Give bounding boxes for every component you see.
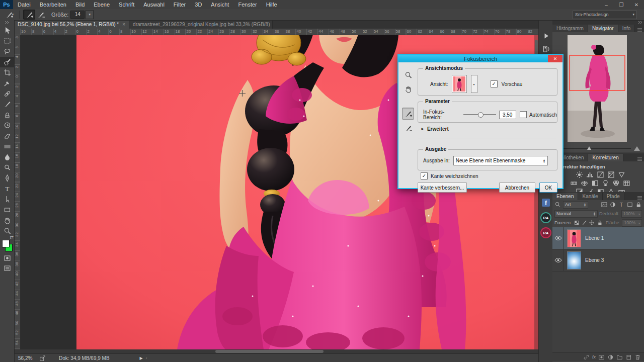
- brush-size-input[interactable]: 14: [70, 11, 85, 19]
- menu-hilfe[interactable]: Hilfe: [262, 0, 282, 9]
- dialog-focus-brush-subtract[interactable]: [403, 123, 414, 134]
- ok-button[interactable]: OK: [539, 183, 557, 193]
- adjustment-levels[interactable]: [586, 171, 594, 178]
- workspace-switcher[interactable]: Sm-Photodesign▾: [573, 11, 637, 19]
- eyedropper-tool[interactable]: [0, 78, 14, 88]
- restore-button[interactable]: ❐: [614, 1, 629, 9]
- menu-3d[interactable]: 3D: [190, 0, 206, 9]
- new-layer-button[interactable]: [625, 354, 632, 360]
- dialog-zoom-tool[interactable]: [403, 69, 414, 80]
- move-tool[interactable]: [0, 25, 14, 36]
- fx-icon[interactable]: fx: [592, 354, 596, 359]
- tab-close-icon[interactable]: ×: [122, 22, 125, 27]
- filter-smart-object-icon[interactable]: [635, 201, 642, 208]
- healing-brush-tool[interactable]: [0, 88, 14, 99]
- menu-schrift[interactable]: Schrift: [114, 0, 139, 9]
- dialog-focus-brush-add[interactable]: [402, 108, 414, 120]
- path-selection-tool[interactable]: [0, 194, 14, 205]
- status-popup-arrow[interactable]: ▶: [140, 356, 143, 360]
- output-destination-select[interactable]: Neue Ebene mit Ebenenmaske▲▼: [453, 156, 548, 165]
- zoom-in-icon[interactable]: [634, 146, 640, 151]
- filter-type-icon[interactable]: T: [618, 201, 625, 208]
- fill-value[interactable]: 100%▾: [622, 219, 642, 227]
- type-tool[interactable]: T: [0, 184, 14, 194]
- horizontal-scrollbar[interactable]: [14, 349, 538, 353]
- filter-adjustment-icon[interactable]: [609, 201, 616, 208]
- layer-filter-select[interactable]: Art▲▼: [563, 201, 588, 209]
- soften-edge-checkbox[interactable]: ✓: [421, 172, 428, 179]
- adjustment-color-balance[interactable]: [580, 179, 589, 187]
- facebook-panel-icon[interactable]: f: [539, 196, 553, 209]
- swap-colors-icon[interactable]: ⇄: [10, 235, 14, 240]
- view-mode-dropdown-arrow[interactable]: ▾: [471, 75, 477, 93]
- slider-thumb[interactable]: [478, 112, 484, 118]
- document-tab[interactable]: dramastreet_29196029_original Kopie.jpg …: [129, 20, 273, 29]
- adjustment-photo-filter[interactable]: [601, 179, 610, 187]
- zoom-slider-thumb[interactable]: [587, 146, 591, 150]
- hand-tool[interactable]: [0, 215, 14, 226]
- lock-all-icon[interactable]: [597, 219, 603, 226]
- collapse-panels-icon[interactable]: [637, 21, 642, 24]
- layer-thumbnail[interactable]: [567, 251, 581, 269]
- lasso-tool[interactable]: [0, 46, 14, 57]
- clone-stamp-tool[interactable]: [0, 110, 14, 120]
- share-icon[interactable]: [39, 355, 46, 361]
- quick-selection-tool[interactable]: [0, 57, 14, 67]
- dialog-hand-tool[interactable]: [403, 83, 414, 95]
- ra-green-panel-icon[interactable]: RA: [539, 211, 553, 224]
- dialog-close-button[interactable]: ✕: [548, 55, 562, 62]
- menu-bild[interactable]: Bild: [71, 0, 89, 9]
- eraser-tool[interactable]: [0, 131, 14, 141]
- marquee-tool[interactable]: [0, 36, 14, 46]
- layer-row[interactable]: Ebene 3: [552, 249, 644, 272]
- panel-menu-icon[interactable]: [637, 196, 644, 200]
- brush-tool[interactable]: [0, 99, 14, 110]
- minimize-button[interactable]: –: [599, 1, 614, 9]
- refine-edge-button[interactable]: Kante verbessern...: [418, 183, 467, 193]
- focus-range-slider[interactable]: [463, 114, 496, 115]
- adjustment-brightness-contrast[interactable]: [575, 171, 584, 178]
- layer-visibility-toggle[interactable]: [552, 249, 564, 271]
- menu-filter[interactable]: Filter: [169, 0, 190, 9]
- focus-range-value[interactable]: 3,50: [499, 111, 516, 119]
- adjustment-vibrance[interactable]: [617, 171, 626, 178]
- brush-add-mode-button[interactable]: [23, 10, 35, 20]
- adjustment-black-white[interactable]: [591, 179, 599, 187]
- adjustment-curves[interactable]: [596, 171, 605, 178]
- preview-checkbox[interactable]: ✓: [491, 80, 498, 87]
- navigator-zoom-slider[interactable]: [552, 145, 644, 152]
- link-button[interactable]: [583, 354, 590, 360]
- lock-pixels-icon[interactable]: [581, 219, 587, 226]
- blur-tool[interactable]: [0, 152, 14, 162]
- filter-shape-icon[interactable]: [626, 201, 633, 208]
- lock-transparency-icon[interactable]: [574, 219, 580, 226]
- document-tab[interactable]: DSC_9140.jpg bei 56,2% (Ebene 1, RGB/8) …: [14, 20, 129, 29]
- zoom-level-field[interactable]: 56,2%: [18, 355, 38, 361]
- tab-korrekturen[interactable]: Korrekturen: [588, 154, 623, 161]
- actions-play-panel-icon[interactable]: [539, 29, 553, 42]
- menu-ebene[interactable]: Ebene: [89, 0, 114, 9]
- blend-mode-select[interactable]: Normal▲▼: [554, 210, 598, 218]
- gradient-tool[interactable]: [0, 141, 14, 152]
- menu-auswahl[interactable]: Auswahl: [139, 0, 169, 9]
- tab-kanäle[interactable]: Kanäle: [578, 193, 602, 200]
- adjustment-exposure[interactable]: [607, 171, 615, 178]
- lock-position-icon[interactable]: [589, 219, 595, 226]
- toolbar-collapse-icon[interactable]: [0, 20, 14, 25]
- adjustment-button[interactable]: [607, 354, 614, 360]
- brush-subtract-mode-button[interactable]: [35, 10, 46, 19]
- ra-red-panel-icon[interactable]: RA: [539, 226, 553, 239]
- opacity-value[interactable]: 100%▾: [621, 210, 642, 218]
- trash-button[interactable]: [634, 354, 641, 360]
- tab-info[interactable]: Info: [618, 25, 635, 32]
- automatic-checkbox[interactable]: [520, 111, 527, 118]
- menu-ansicht[interactable]: Ansicht: [206, 0, 233, 9]
- adjustment-hue-saturation[interactable]: [570, 179, 578, 187]
- tab-histogramm[interactable]: Histogramm: [552, 25, 588, 32]
- crop-tool[interactable]: [0, 67, 14, 78]
- adjustment-color-lookup[interactable]: [622, 179, 631, 187]
- folder-button[interactable]: [616, 354, 623, 360]
- layer-visibility-toggle[interactable]: [552, 227, 564, 249]
- layer-row[interactable]: Ebene 1: [552, 227, 644, 249]
- layer-thumbnail[interactable]: [567, 229, 581, 247]
